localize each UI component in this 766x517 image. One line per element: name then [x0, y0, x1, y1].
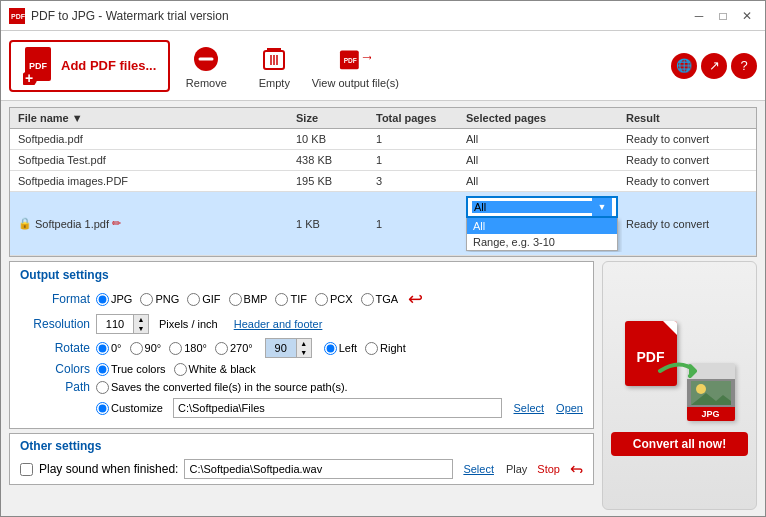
- dropdown-option-all[interactable]: All: [467, 218, 617, 234]
- view-output-button[interactable]: PDF → View output file(s): [310, 36, 400, 96]
- format-gif[interactable]: GIF: [187, 293, 220, 306]
- resolution-up-button[interactable]: ▲: [134, 315, 148, 324]
- table-row[interactable]: Softpedia images.PDF 195 KB 3 All Ready …: [10, 171, 756, 192]
- file-selected-cell: All: [462, 153, 622, 167]
- path-label: Path: [20, 380, 90, 394]
- resolution-down-button[interactable]: ▼: [134, 324, 148, 333]
- col-size: Size: [292, 111, 372, 125]
- direction-left-radio[interactable]: [324, 342, 337, 355]
- convert-all-button[interactable]: Convert all now!: [611, 432, 748, 456]
- rotate-spinner-btns: ▲ ▼: [296, 339, 311, 357]
- format-bmp-radio[interactable]: [229, 293, 242, 306]
- app-icon: PDF: [9, 8, 25, 24]
- maximize-button[interactable]: □: [713, 6, 733, 26]
- file-name-cell: Softpedia.pdf: [14, 132, 292, 146]
- table-row-selected[interactable]: 🔒 Softpedia 1.pdf ✏ 1 KB 1 All ▼ All: [10, 192, 756, 256]
- table-header: File name ▼ Size Total pages Selected pa…: [10, 108, 756, 129]
- file-result-cell: Ready to convert: [622, 132, 752, 146]
- resolution-spinner: ▲ ▼: [96, 314, 149, 334]
- toolbar: PDF + + Add PDF files... Remove: [1, 31, 765, 101]
- help-arrow-button[interactable]: ↗: [701, 53, 727, 79]
- direction-right-radio[interactable]: [365, 342, 378, 355]
- format-jpg-radio[interactable]: [96, 293, 109, 306]
- format-bmp[interactable]: BMP: [229, 293, 268, 306]
- color-wb[interactable]: White & black: [174, 363, 256, 376]
- color-true-radio[interactable]: [96, 363, 109, 376]
- remove-button[interactable]: Remove: [174, 36, 238, 96]
- title-controls: ─ □ ✕: [689, 6, 757, 26]
- dropdown-option-range[interactable]: Range, e.g. 3-10: [467, 234, 617, 250]
- minimize-button[interactable]: ─: [689, 6, 709, 26]
- globe-button[interactable]: 🌐: [671, 53, 697, 79]
- file-table: File name ▼ Size Total pages Selected pa…: [9, 107, 757, 257]
- rotate-0-radio[interactable]: [96, 342, 109, 355]
- play-sound-checkbox[interactable]: [20, 463, 33, 476]
- color-true[interactable]: True colors: [96, 363, 166, 376]
- resolution-spinner-btns: ▲ ▼: [133, 315, 148, 333]
- svg-text:PDF: PDF: [344, 56, 357, 63]
- lock-icon: 🔒: [18, 217, 32, 230]
- direction-radio-group: Left Right: [324, 342, 406, 355]
- sound-stop-button[interactable]: Stop: [535, 463, 562, 475]
- rotate-down-button[interactable]: ▼: [297, 348, 311, 357]
- svg-text:→: →: [360, 47, 371, 64]
- sound-path-input[interactable]: [184, 459, 453, 479]
- format-tga[interactable]: TGA: [361, 293, 399, 306]
- rotate-180[interactable]: 180°: [169, 342, 207, 355]
- header-footer-link[interactable]: Header and footer: [234, 318, 323, 330]
- rotate-90-radio[interactable]: [130, 342, 143, 355]
- format-pcx-radio[interactable]: [315, 293, 328, 306]
- direction-right[interactable]: Right: [365, 342, 406, 355]
- format-png-radio[interactable]: [140, 293, 153, 306]
- resolution-input[interactable]: [97, 318, 133, 330]
- rotate-up-button[interactable]: ▲: [297, 339, 311, 348]
- colors-label: Colors: [20, 362, 90, 376]
- format-gif-radio[interactable]: [187, 293, 200, 306]
- dropdown-list: All Range, e.g. 3-10: [466, 218, 618, 251]
- table-row[interactable]: Softpedia Test.pdf 438 KB 1 All Ready to…: [10, 150, 756, 171]
- file-pages-cell: 1: [372, 153, 462, 167]
- customize-radio[interactable]: [96, 402, 109, 415]
- view-output-label: View output file(s): [312, 77, 399, 89]
- file-result-cell: Ready to convert: [622, 174, 752, 188]
- color-wb-radio[interactable]: [174, 363, 187, 376]
- resolution-label: Resolution: [20, 317, 90, 331]
- format-tif-radio[interactable]: [275, 293, 288, 306]
- file-selected-cell: All: [462, 174, 622, 188]
- path-source-radio-label[interactable]: Saves the converted file(s) in the sourc…: [96, 381, 348, 394]
- sound-select-link[interactable]: Select: [463, 463, 494, 475]
- empty-button[interactable]: Empty: [242, 36, 306, 96]
- add-pdf-button[interactable]: PDF + + Add PDF files...: [9, 40, 170, 92]
- path-row: Path Saves the converted file(s) in the …: [20, 380, 583, 394]
- table-row[interactable]: Softpedia.pdf 10 KB 1 All Ready to conve…: [10, 129, 756, 150]
- rotate-value-box: ▲ ▼: [265, 338, 312, 358]
- file-pages-cell: 3: [372, 174, 462, 188]
- rotate-180-radio[interactable]: [169, 342, 182, 355]
- help-button[interactable]: ?: [731, 53, 757, 79]
- resolution-unit: Pixels / inch: [159, 318, 218, 330]
- customize-radio-label[interactable]: Customize: [96, 402, 163, 415]
- selected-pages-dropdown[interactable]: All ▼: [466, 196, 618, 218]
- direction-left[interactable]: Left: [324, 342, 357, 355]
- rotate-90[interactable]: 90°: [130, 342, 162, 355]
- path-source-radio[interactable]: [96, 381, 109, 394]
- format-png[interactable]: PNG: [140, 293, 179, 306]
- format-tga-radio[interactable]: [361, 293, 374, 306]
- format-tif[interactable]: TIF: [275, 293, 307, 306]
- format-label: Format: [20, 292, 90, 306]
- customize-path-input[interactable]: [173, 398, 502, 418]
- file-selected-cell: All: [462, 132, 622, 146]
- rotate-270-radio[interactable]: [215, 342, 228, 355]
- close-button[interactable]: ✕: [737, 6, 757, 26]
- customize-open-link[interactable]: Open: [556, 402, 583, 414]
- format-jpg[interactable]: JPG: [96, 293, 132, 306]
- other-settings-row: Play sound when finished: Select Play St…: [20, 459, 583, 479]
- customize-select-link[interactable]: Select: [514, 402, 545, 414]
- output-settings-title: Output settings: [20, 268, 583, 282]
- play-sound-label: Play sound when finished:: [39, 462, 178, 476]
- rotate-0[interactable]: 0°: [96, 342, 122, 355]
- rotate-value-input[interactable]: [266, 339, 296, 357]
- format-pcx[interactable]: PCX: [315, 293, 353, 306]
- rotate-270[interactable]: 270°: [215, 342, 253, 355]
- sound-play-button[interactable]: Play: [504, 463, 529, 475]
